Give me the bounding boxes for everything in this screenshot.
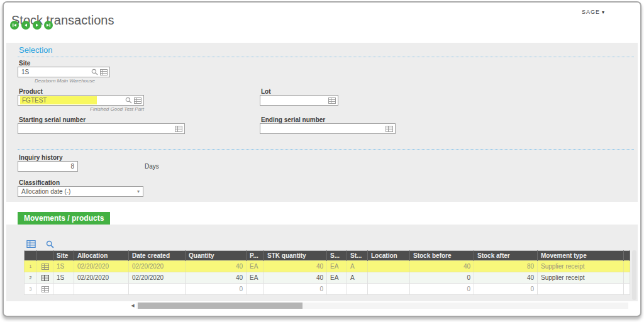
cell-overflow xyxy=(624,261,630,272)
cell-allocation[interactable] xyxy=(74,284,129,295)
cell-location[interactable] xyxy=(368,261,410,272)
cell-site[interactable]: 1S xyxy=(53,261,74,272)
col-movement-type[interactable]: Movement type xyxy=(538,251,624,261)
row-detail-icon[interactable] xyxy=(42,275,49,281)
cell-stock-before[interactable]: 40 xyxy=(410,261,474,272)
scroll-left-arrow-icon[interactable]: ◀ xyxy=(129,303,136,308)
product-field[interactable]: FGTEST xyxy=(18,95,144,106)
last-record-button[interactable] xyxy=(44,21,53,30)
row-number: 3 xyxy=(25,284,37,295)
cell-location[interactable] xyxy=(368,272,410,284)
cell-st[interactable] xyxy=(347,284,368,295)
lookup-grid-icon[interactable] xyxy=(175,126,182,132)
cell-movement-type[interactable]: Supplier receipt xyxy=(538,261,624,272)
table-row[interactable]: 2 1S 02/20/2020 02/20/2020 40 EA 40 EA A… xyxy=(25,272,630,284)
col-stock-after[interactable]: Stock after xyxy=(474,251,538,261)
col-st[interactable]: St... xyxy=(347,251,368,261)
lot-input[interactable] xyxy=(262,96,328,105)
col-row-number[interactable] xyxy=(25,251,37,261)
search-icon[interactable] xyxy=(125,97,132,104)
cell-date-created[interactable] xyxy=(129,284,186,295)
site-input[interactable] xyxy=(20,67,91,77)
site-description: Dearborn Main Warehouse xyxy=(18,78,112,84)
lookup-grid-icon[interactable] xyxy=(328,97,336,104)
inquiry-history-input[interactable] xyxy=(20,162,75,171)
cell-p[interactable] xyxy=(247,284,264,295)
col-quantity[interactable]: Quantity xyxy=(186,251,247,261)
row-detail-icon[interactable] xyxy=(42,264,49,270)
record-navigation xyxy=(10,21,53,30)
horizontal-scrollbar-thumb[interactable] xyxy=(138,303,303,309)
cell-date-created[interactable]: 02/20/2020 xyxy=(129,272,186,284)
cell-p[interactable]: EA xyxy=(247,261,264,272)
grid-options-icon[interactable] xyxy=(26,240,36,248)
site-label: Site xyxy=(19,60,30,67)
cell-allocation[interactable]: 02/20/2020 xyxy=(74,261,129,272)
cell-s[interactable]: EA xyxy=(327,261,347,272)
col-s[interactable]: S... xyxy=(327,251,347,261)
classification-select[interactable]: Allocation date (-) ▾ xyxy=(18,186,143,197)
cell-stock-after[interactable]: 80 xyxy=(474,261,538,272)
ending-serial-input[interactable] xyxy=(262,124,386,133)
col-allocation[interactable]: Allocation xyxy=(74,251,129,261)
cell-quantity[interactable]: 40 xyxy=(186,261,247,272)
cell-stk-quantity[interactable]: 40 xyxy=(264,272,327,284)
movements-table: Site Allocation Date created Quantity P.… xyxy=(24,250,630,295)
previous-record-button[interactable] xyxy=(21,21,30,30)
cell-stock-after[interactable]: 40 xyxy=(474,272,538,284)
inquiry-history-field xyxy=(18,161,78,172)
cell-date-created[interactable]: 02/20/2020 xyxy=(129,261,186,272)
horizontal-scrollbar-track[interactable] xyxy=(136,303,628,309)
lookup-grid-icon[interactable] xyxy=(386,126,393,132)
col-date-created[interactable]: Date created xyxy=(129,251,186,261)
grid-search-icon[interactable] xyxy=(46,240,54,248)
lookup-grid-icon[interactable] xyxy=(100,69,108,75)
cell-s[interactable]: EA xyxy=(327,272,347,284)
cell-site[interactable]: 1S xyxy=(53,272,74,284)
row-detail-cell[interactable] xyxy=(37,284,53,295)
table-row[interactable]: 3 0 0 0 0 xyxy=(25,284,630,295)
first-record-button[interactable] xyxy=(10,21,19,30)
cell-location[interactable] xyxy=(368,284,410,295)
lookup-grid-icon[interactable] xyxy=(134,97,142,104)
cell-site[interactable] xyxy=(53,284,74,295)
col-stock-before[interactable]: Stock before xyxy=(410,251,474,261)
next-record-button[interactable] xyxy=(33,21,42,30)
cell-allocation[interactable]: 02/20/2020 xyxy=(74,272,129,284)
cell-quantity[interactable]: 0 xyxy=(186,284,247,295)
ending-serial-field xyxy=(260,123,396,134)
row-detail-cell[interactable] xyxy=(37,272,53,284)
col-location[interactable]: Location xyxy=(368,251,410,261)
cell-stk-quantity[interactable]: 0 xyxy=(264,284,327,295)
cell-stk-quantity[interactable]: 40 xyxy=(264,261,327,272)
cell-st[interactable]: A xyxy=(347,272,368,284)
starting-serial-input[interactable] xyxy=(20,124,175,133)
cell-stock-before[interactable]: 0 xyxy=(410,284,474,295)
cell-s[interactable] xyxy=(327,284,347,295)
chevron-down-icon: ▾ xyxy=(137,189,140,194)
lot-label: Lot xyxy=(261,88,271,95)
cell-p[interactable]: EA xyxy=(247,272,264,284)
col-stk-quantity[interactable]: STK quantity xyxy=(264,251,327,261)
cell-st[interactable]: A xyxy=(347,261,368,272)
col-site[interactable]: Site xyxy=(53,251,74,261)
cell-stock-before[interactable]: 0 xyxy=(410,272,474,284)
vertical-scrollbar[interactable] xyxy=(632,250,636,300)
cell-movement-type[interactable] xyxy=(538,284,624,295)
user-menu[interactable]: SAGE▾ xyxy=(545,9,605,15)
cell-quantity[interactable]: 40 xyxy=(186,272,247,284)
tab-movements-products[interactable]: Movements / products xyxy=(18,212,110,225)
col-p[interactable]: P... xyxy=(247,251,264,261)
product-label: Product xyxy=(19,88,43,95)
col-overflow xyxy=(624,251,630,261)
starting-serial-label: Starting serial number xyxy=(19,116,86,123)
product-value-highlighted: FGTEST xyxy=(20,96,97,104)
row-detail-cell[interactable] xyxy=(37,261,53,272)
row-detail-icon[interactable] xyxy=(42,286,49,292)
cell-movement-type[interactable]: Supplier receipt xyxy=(538,272,624,284)
next-icon xyxy=(34,22,40,28)
col-row-actions[interactable] xyxy=(37,251,53,261)
search-icon[interactable] xyxy=(91,69,98,75)
table-row[interactable]: 1 1S 02/20/2020 02/20/2020 40 EA 40 EA A… xyxy=(25,261,630,272)
cell-stock-after[interactable]: 0 xyxy=(474,284,538,295)
